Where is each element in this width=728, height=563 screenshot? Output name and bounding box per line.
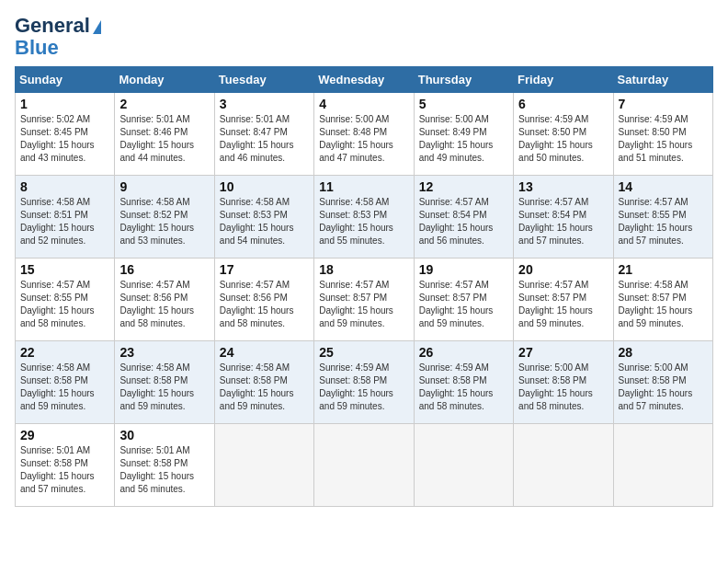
day-info: Sunrise: 4:58 AMSunset: 8:57 PMDaylight:… xyxy=(619,280,693,328)
weekday-header-sunday: Sunday xyxy=(16,67,115,93)
day-info: Sunrise: 4:59 AMSunset: 8:58 PMDaylight:… xyxy=(419,362,494,411)
day-number: 17 xyxy=(220,262,309,277)
calendar-cell: 19 Sunrise: 4:57 AMSunset: 8:57 PMDaylig… xyxy=(414,259,513,341)
calendar-cell: 3 Sunrise: 5:01 AMSunset: 8:47 PMDayligh… xyxy=(214,93,313,176)
calendar-week-5: 29 Sunrise: 5:01 AMSunset: 8:58 PMDaylig… xyxy=(16,424,713,507)
calendar-cell: 17 Sunrise: 4:57 AMSunset: 8:56 PMDaylig… xyxy=(214,259,313,341)
day-info: Sunrise: 5:01 AMSunset: 8:58 PMDaylight:… xyxy=(20,445,95,494)
calendar-cell: 16 Sunrise: 4:57 AMSunset: 8:56 PMDaylig… xyxy=(115,259,214,341)
day-number: 10 xyxy=(220,179,309,194)
calendar-cell: 24 Sunrise: 4:58 AMSunset: 8:58 PMDaylig… xyxy=(214,341,313,424)
day-info: Sunrise: 4:59 AMSunset: 8:50 PMDaylight:… xyxy=(518,114,593,163)
calendar-cell: 8 Sunrise: 4:58 AMSunset: 8:51 PMDayligh… xyxy=(16,176,115,259)
day-info: Sunrise: 5:01 AMSunset: 8:46 PMDaylight:… xyxy=(119,114,194,163)
day-info: Sunrise: 5:00 AMSunset: 8:49 PMDaylight:… xyxy=(419,114,494,163)
calendar-cell: 4 Sunrise: 5:00 AMSunset: 8:48 PMDayligh… xyxy=(314,93,414,176)
calendar-cell xyxy=(514,424,613,507)
weekday-header-tuesday: Tuesday xyxy=(214,67,313,93)
calendar-cell xyxy=(314,424,414,507)
day-info: Sunrise: 4:57 AMSunset: 8:57 PMDaylight:… xyxy=(319,280,393,328)
day-info: Sunrise: 4:59 AMSunset: 8:58 PMDaylight:… xyxy=(319,362,393,411)
calendar-cell: 11 Sunrise: 4:58 AMSunset: 8:53 PMDaylig… xyxy=(314,176,414,259)
day-info: Sunrise: 4:57 AMSunset: 8:57 PMDaylight:… xyxy=(518,280,593,328)
calendar-cell: 29 Sunrise: 5:01 AMSunset: 8:58 PMDaylig… xyxy=(16,424,115,507)
day-info: Sunrise: 4:57 AMSunset: 8:54 PMDaylight:… xyxy=(419,197,494,246)
day-number: 22 xyxy=(20,345,109,360)
header: General Blue xyxy=(15,15,713,59)
day-info: Sunrise: 4:57 AMSunset: 8:55 PMDaylight:… xyxy=(619,197,693,246)
day-info: Sunrise: 4:58 AMSunset: 8:58 PMDaylight:… xyxy=(20,362,95,411)
weekday-header-thursday: Thursday xyxy=(414,67,513,93)
calendar-table: SundayMondayTuesdayWednesdayThursdayFrid… xyxy=(15,66,713,507)
day-info: Sunrise: 4:58 AMSunset: 8:52 PMDaylight:… xyxy=(119,197,194,246)
calendar-cell: 30 Sunrise: 5:01 AMSunset: 8:58 PMDaylig… xyxy=(115,424,214,507)
day-info: Sunrise: 5:01 AMSunset: 8:58 PMDaylight:… xyxy=(119,445,194,494)
weekday-header-monday: Monday xyxy=(115,67,214,93)
day-number: 11 xyxy=(319,179,408,194)
day-number: 24 xyxy=(220,345,309,360)
calendar-cell xyxy=(214,424,313,507)
day-info: Sunrise: 4:58 AMSunset: 8:51 PMDaylight:… xyxy=(20,197,95,246)
weekday-header-wednesday: Wednesday xyxy=(314,67,414,93)
day-number: 30 xyxy=(119,428,209,442)
calendar-cell: 7 Sunrise: 4:59 AMSunset: 8:50 PMDayligh… xyxy=(613,93,712,176)
day-number: 4 xyxy=(319,97,408,111)
calendar-cell: 14 Sunrise: 4:57 AMSunset: 8:55 PMDaylig… xyxy=(613,176,712,259)
calendar-cell: 22 Sunrise: 4:58 AMSunset: 8:58 PMDaylig… xyxy=(16,341,115,424)
calendar-cell xyxy=(613,424,712,507)
day-info: Sunrise: 4:58 AMSunset: 8:53 PMDaylight:… xyxy=(220,197,294,246)
day-number: 29 xyxy=(20,428,109,442)
day-info: Sunrise: 5:01 AMSunset: 8:47 PMDaylight:… xyxy=(220,114,294,163)
calendar-cell: 28 Sunrise: 5:00 AMSunset: 8:58 PMDaylig… xyxy=(613,341,712,424)
calendar-cell: 13 Sunrise: 4:57 AMSunset: 8:54 PMDaylig… xyxy=(514,176,613,259)
calendar-cell: 1 Sunrise: 5:02 AMSunset: 8:45 PMDayligh… xyxy=(16,93,115,176)
calendar-cell: 25 Sunrise: 4:59 AMSunset: 8:58 PMDaylig… xyxy=(314,341,414,424)
day-number: 25 xyxy=(319,345,408,360)
day-number: 13 xyxy=(518,179,608,194)
day-info: Sunrise: 5:00 AMSunset: 8:58 PMDaylight:… xyxy=(619,362,693,411)
day-info: Sunrise: 4:59 AMSunset: 8:50 PMDaylight:… xyxy=(619,114,693,163)
calendar-cell: 2 Sunrise: 5:01 AMSunset: 8:46 PMDayligh… xyxy=(115,93,214,176)
day-number: 21 xyxy=(619,262,708,277)
day-number: 6 xyxy=(518,97,608,111)
logo-line1: General xyxy=(15,15,101,37)
calendar-week-4: 22 Sunrise: 4:58 AMSunset: 8:58 PMDaylig… xyxy=(16,341,713,424)
day-number: 20 xyxy=(518,262,608,277)
day-number: 7 xyxy=(619,97,708,111)
calendar-cell: 9 Sunrise: 4:58 AMSunset: 8:52 PMDayligh… xyxy=(115,176,214,259)
day-number: 2 xyxy=(119,97,209,111)
calendar-cell: 21 Sunrise: 4:58 AMSunset: 8:57 PMDaylig… xyxy=(613,259,712,341)
day-number: 12 xyxy=(419,179,508,194)
header-row: SundayMondayTuesdayWednesdayThursdayFrid… xyxy=(16,67,713,93)
day-number: 23 xyxy=(119,345,209,360)
calendar-week-1: 1 Sunrise: 5:02 AMSunset: 8:45 PMDayligh… xyxy=(16,93,713,176)
logo-line2: Blue xyxy=(15,37,59,59)
day-number: 26 xyxy=(419,345,508,360)
calendar-cell: 12 Sunrise: 4:57 AMSunset: 8:54 PMDaylig… xyxy=(414,176,513,259)
day-info: Sunrise: 4:57 AMSunset: 8:54 PMDaylight:… xyxy=(518,197,593,246)
weekday-header-friday: Friday xyxy=(514,67,613,93)
day-info: Sunrise: 5:00 AMSunset: 8:48 PMDaylight:… xyxy=(319,114,393,163)
calendar-cell: 5 Sunrise: 5:00 AMSunset: 8:49 PMDayligh… xyxy=(414,93,513,176)
day-number: 27 xyxy=(518,345,608,360)
calendar-cell: 26 Sunrise: 4:59 AMSunset: 8:58 PMDaylig… xyxy=(414,341,513,424)
day-info: Sunrise: 4:58 AMSunset: 8:53 PMDaylight:… xyxy=(319,197,393,246)
day-info: Sunrise: 4:58 AMSunset: 8:58 PMDaylight:… xyxy=(220,362,294,411)
calendar-cell: 23 Sunrise: 4:58 AMSunset: 8:58 PMDaylig… xyxy=(115,341,214,424)
day-info: Sunrise: 5:02 AMSunset: 8:45 PMDaylight:… xyxy=(20,114,95,163)
day-number: 14 xyxy=(619,179,708,194)
day-info: Sunrise: 4:57 AMSunset: 8:55 PMDaylight:… xyxy=(20,280,95,328)
day-number: 3 xyxy=(220,97,309,111)
day-number: 8 xyxy=(20,179,109,194)
logo: General Blue xyxy=(15,15,101,59)
day-info: Sunrise: 4:57 AMSunset: 8:56 PMDaylight:… xyxy=(119,280,194,328)
day-number: 5 xyxy=(419,97,508,111)
calendar-cell: 27 Sunrise: 5:00 AMSunset: 8:58 PMDaylig… xyxy=(514,341,613,424)
day-number: 1 xyxy=(20,97,109,111)
calendar-cell: 20 Sunrise: 4:57 AMSunset: 8:57 PMDaylig… xyxy=(514,259,613,341)
calendar-cell: 10 Sunrise: 4:58 AMSunset: 8:53 PMDaylig… xyxy=(214,176,313,259)
day-number: 19 xyxy=(419,262,508,277)
day-info: Sunrise: 4:57 AMSunset: 8:56 PMDaylight:… xyxy=(220,280,294,328)
day-number: 16 xyxy=(119,262,209,277)
calendar-cell xyxy=(414,424,513,507)
